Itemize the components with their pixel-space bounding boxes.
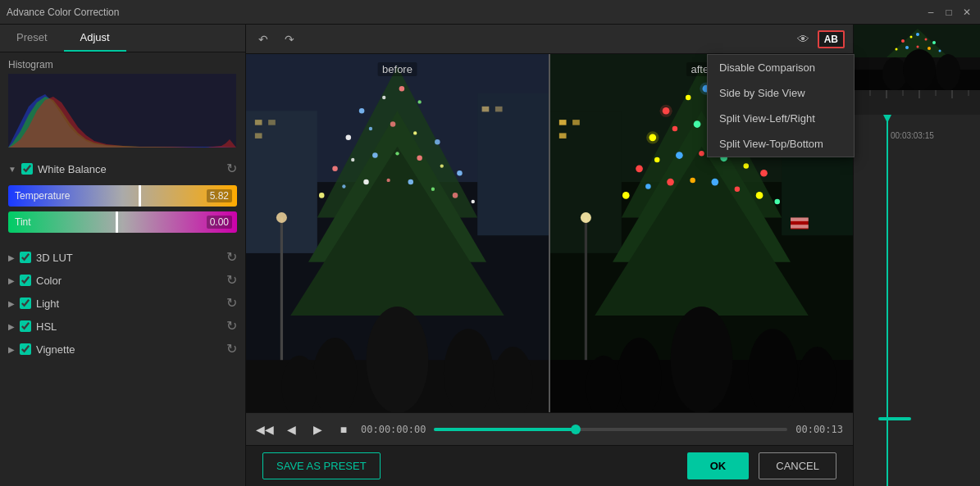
thumbnail-strip — [854, 25, 980, 90]
ok-button[interactable]: OK — [687, 452, 750, 479]
ab-comparison-button[interactable]: AB — [818, 30, 845, 48]
svg-point-72 — [760, 170, 768, 177]
checkbox-vignette[interactable] — [20, 343, 31, 355]
svg-point-58 — [686, 95, 691, 101]
svg-point-20 — [413, 131, 417, 134]
temperature-thumb[interactable] — [139, 185, 141, 207]
chevron-hsl: ▶ — [8, 322, 15, 331]
thumbnail-svg — [854, 25, 980, 90]
svg-point-28 — [457, 170, 463, 176]
svg-point-34 — [431, 188, 435, 191]
white-balance-controls: Temperature 5.82 Tint 0.00 — [0, 180, 245, 246]
tab-adjust[interactable]: Adjust — [64, 25, 126, 52]
section-header-vignette[interactable]: ▶ Vignette ↻ — [0, 338, 245, 361]
checkbox-3d-lut[interactable] — [20, 252, 31, 263]
svg-point-75 — [667, 179, 674, 186]
progress-thumb[interactable] — [571, 425, 581, 434]
svg-rect-50 — [559, 133, 567, 139]
tint-value: 0.00 — [207, 216, 232, 229]
section-header-3d-lut[interactable]: ▶ 3D LUT ↻ — [0, 246, 245, 269]
temperature-slider[interactable]: Temperature 5.82 — [8, 185, 237, 207]
svg-rect-49 — [572, 120, 580, 125]
video-toolbar: ↶ ↷ 👁 AB — [246, 25, 853, 54]
section-header-light[interactable]: ▶ Light ↻ — [0, 292, 245, 315]
chevron-white-balance: ▼ — [8, 165, 16, 174]
section-label-vignette: Vignette — [36, 343, 221, 356]
svg-point-27 — [440, 164, 444, 167]
checkbox-color[interactable] — [20, 275, 31, 286]
tint-label: Tint — [15, 216, 31, 228]
cancel-button[interactable]: CANCEL — [759, 452, 836, 479]
section-header-white-balance[interactable]: ▼ White Balance ↻ — [0, 157, 245, 180]
window-controls: – □ ✕ — [924, 6, 973, 19]
step-back-button[interactable]: ◀ — [282, 420, 300, 438]
reset-light[interactable]: ↻ — [226, 297, 237, 310]
main-layout: Preset Adjust Histogram — [0, 25, 980, 486]
tint-row: Tint 0.00 — [8, 211, 237, 233]
ruler-svg — [854, 90, 980, 115]
dropdown-item-side-by-side[interactable]: Side by Side View — [708, 80, 854, 106]
skip-back-button[interactable]: ◀◀ — [256, 420, 274, 438]
svg-point-88 — [671, 307, 733, 412]
visibility-icon[interactable]: 👁 — [797, 32, 809, 46]
section-label-hsl: HSL — [36, 320, 221, 333]
svg-point-16 — [417, 100, 421, 103]
accordion-sections: ▼ White Balance ↻ Temperature 5.82 — [0, 154, 245, 486]
dropdown-item-disable[interactable]: Disable Comparison — [708, 55, 854, 80]
svg-point-77 — [711, 179, 718, 186]
svg-point-38 — [367, 307, 429, 412]
footer-right-buttons: OK CANCEL — [687, 452, 836, 479]
checkbox-white-balance[interactable] — [21, 163, 33, 175]
section-label-white-balance: White Balance — [38, 163, 221, 175]
svg-point-103 — [905, 46, 909, 49]
section-white-balance: ▼ White Balance ↻ Temperature 5.82 — [0, 157, 245, 246]
svg-point-67 — [654, 157, 660, 163]
svg-rect-4 — [255, 120, 262, 125]
close-button[interactable]: ✕ — [960, 6, 973, 19]
section-header-color[interactable]: ▶ Color ↻ — [0, 269, 245, 292]
redo-button[interactable]: ↷ — [280, 30, 299, 48]
svg-point-76 — [690, 178, 695, 184]
maximize-button[interactable]: □ — [942, 6, 955, 19]
svg-point-31 — [363, 179, 369, 185]
chevron-color: ▶ — [8, 276, 15, 285]
svg-point-35 — [453, 193, 458, 198]
timeline-playhead — [887, 90, 888, 486]
right-panel: 00:03:03:15 — [853, 25, 980, 486]
chevron-light: ▶ — [8, 299, 15, 308]
split-divider — [549, 54, 550, 412]
svg-point-33 — [408, 179, 414, 185]
checkbox-light[interactable] — [20, 298, 31, 309]
svg-point-99 — [916, 33, 919, 36]
reset-color[interactable]: ↻ — [226, 274, 237, 287]
save-preset-button[interactable]: SAVE AS PRESET — [262, 452, 381, 479]
tint-thumb[interactable] — [116, 211, 118, 233]
temperature-label: Temperature — [15, 190, 70, 202]
stop-button[interactable]: ■ — [335, 420, 353, 438]
dropdown-item-split-lr[interactable]: Split View-Left/Right — [708, 106, 854, 131]
before-scene-svg — [246, 54, 549, 412]
undo-button[interactable]: ↶ — [254, 30, 272, 48]
svg-point-23 — [351, 158, 354, 161]
svg-point-29 — [319, 193, 325, 198]
play-button[interactable]: ▶ — [308, 420, 326, 438]
tint-slider[interactable]: Tint 0.00 — [8, 211, 237, 233]
timeline-scrollbar-thumb[interactable] — [878, 417, 911, 420]
chevron-3d-lut: ▶ — [8, 253, 15, 262]
minimize-button[interactable]: – — [924, 6, 937, 19]
reset-hsl[interactable]: ↻ — [226, 320, 237, 333]
reset-3d-lut[interactable]: ↻ — [226, 251, 237, 264]
tab-preset[interactable]: Preset — [0, 25, 64, 52]
svg-point-26 — [417, 156, 422, 161]
reset-vignette[interactable]: ↻ — [226, 343, 237, 356]
dropdown-item-split-tb[interactable]: Split View-Top/Bottom — [708, 131, 854, 157]
svg-point-110 — [936, 54, 960, 90]
video-controls: ◀◀ ◀ ▶ ■ 00:00:00:00 00:00:13 — [246, 412, 853, 445]
svg-point-80 — [774, 199, 780, 205]
progress-bar[interactable] — [434, 428, 787, 431]
svg-point-93 — [581, 212, 591, 223]
reset-white-balance[interactable]: ↻ — [226, 162, 237, 175]
section-header-hsl[interactable]: ▶ HSL ↻ — [0, 315, 245, 338]
svg-point-63 — [694, 120, 701, 128]
checkbox-hsl[interactable] — [20, 320, 31, 332]
